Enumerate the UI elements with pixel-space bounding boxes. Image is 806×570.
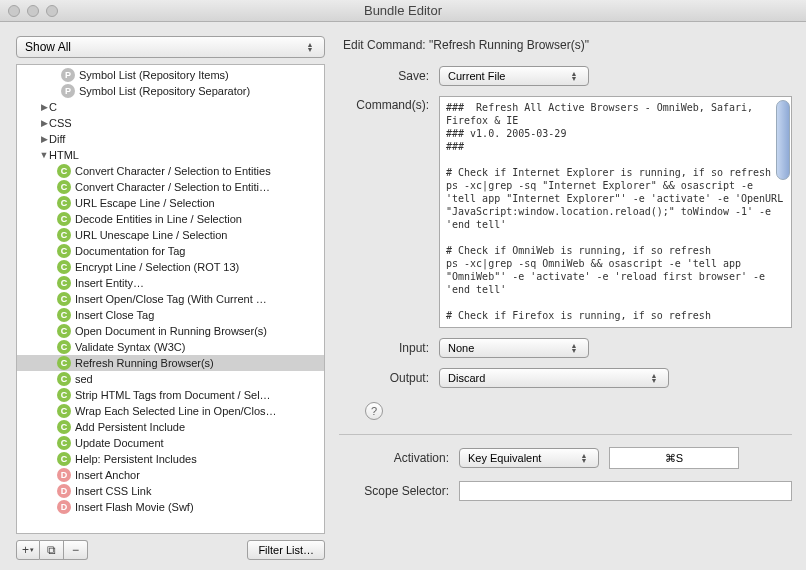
output-select[interactable]: Discard ▲▼ <box>439 368 669 388</box>
badge-c-icon: C <box>57 292 71 306</box>
badge-c-icon: C <box>57 308 71 322</box>
activation-select[interactable]: Key Equivalent ▲▼ <box>459 448 599 468</box>
badge-p-icon: P <box>61 84 75 98</box>
commands-textarea[interactable]: ### Refresh All Active Browsers - OmniWe… <box>439 96 792 328</box>
remove-button[interactable]: − <box>64 540 88 560</box>
help-button[interactable]: ? <box>365 402 383 420</box>
badge-c-icon: C <box>57 324 71 338</box>
tree-row[interactable]: CDocumentation for Tag <box>17 243 324 259</box>
tree-row-label: Encrypt Line / Selection (ROT 13) <box>75 261 239 273</box>
input-label: Input: <box>339 341 439 355</box>
badge-c-icon: C <box>57 388 71 402</box>
badge-c-icon: C <box>57 228 71 242</box>
tree-row-label: Strip HTML Tags from Document / Sel… <box>75 389 271 401</box>
tree-row[interactable]: CEncrypt Line / Selection (ROT 13) <box>17 259 324 275</box>
badge-c-icon: C <box>57 260 71 274</box>
tree-row[interactable]: PSymbol List (Repository Separator) <box>17 83 324 99</box>
tree-row-label: Insert CSS Link <box>75 485 151 497</box>
badge-c-icon: C <box>57 420 71 434</box>
output-label: Output: <box>339 371 439 385</box>
tree-row[interactable]: ▶Diff <box>17 131 324 147</box>
tree-row-label: Symbol List (Repository Items) <box>79 69 229 81</box>
duplicate-button[interactable]: ⧉ <box>40 540 64 560</box>
edit-heading: Edit Command: "Refresh Running Browser(s… <box>339 38 792 52</box>
bundle-tree[interactable]: PSymbol List (Repository Items)PSymbol L… <box>16 64 325 534</box>
scope-selector-input[interactable] <box>459 481 792 501</box>
tree-row[interactable]: ▶CSS <box>17 115 324 131</box>
save-label: Save: <box>339 69 439 83</box>
tree-row[interactable]: CUpdate Document <box>17 435 324 451</box>
sidebar: Show All ▲▼ PSymbol List (Repository Ite… <box>0 22 335 570</box>
badge-d-icon: D <box>57 468 71 482</box>
tree-row[interactable]: CDecode Entities in Line / Selection <box>17 211 324 227</box>
zoom-button[interactable] <box>46 5 58 17</box>
badge-c-icon: C <box>57 276 71 290</box>
filter-select-label: Show All <box>25 40 71 54</box>
tree-row[interactable]: CAdd Persistent Include <box>17 419 324 435</box>
traffic-lights <box>8 5 58 17</box>
badge-c-icon: C <box>57 196 71 210</box>
tree-row[interactable]: PSymbol List (Repository Items) <box>17 67 324 83</box>
tree-row[interactable]: Csed <box>17 371 324 387</box>
tree-row-label: Convert Character / Selection to Entiti… <box>75 181 270 193</box>
key-equivalent-field[interactable]: ⌘S <box>609 447 739 469</box>
badge-c-icon: C <box>57 404 71 418</box>
disclosure-closed-icon[interactable]: ▶ <box>39 102 49 112</box>
tree-row-label: Help: Persistent Includes <box>75 453 197 465</box>
updown-icon: ▲▼ <box>578 453 590 463</box>
close-button[interactable] <box>8 5 20 17</box>
disclosure-open-icon[interactable]: ▼ <box>39 150 49 160</box>
tree-row[interactable]: ▼HTML <box>17 147 324 163</box>
minimize-button[interactable] <box>27 5 39 17</box>
updown-icon: ▲▼ <box>304 42 316 52</box>
tree-row-label: URL Escape Line / Selection <box>75 197 215 209</box>
tree-row[interactable]: CRefresh Running Browser(s) <box>17 355 324 371</box>
tree-row[interactable]: CWrap Each Selected Line in Open/Clos… <box>17 403 324 419</box>
tree-row[interactable]: DInsert Anchor <box>17 467 324 483</box>
window-title: Bundle Editor <box>0 3 806 18</box>
input-select[interactable]: None ▲▼ <box>439 338 589 358</box>
editor-pane: Edit Command: "Refresh Running Browser(s… <box>335 22 806 570</box>
scrollbar-thumb[interactable] <box>776 100 790 180</box>
badge-d-icon: D <box>57 484 71 498</box>
tree-row-label: Insert Entity… <box>75 277 144 289</box>
tree-row[interactable]: CInsert Close Tag <box>17 307 324 323</box>
tree-row-label: HTML <box>49 149 79 161</box>
scope-label: Scope Selector: <box>339 484 459 498</box>
badge-c-icon: C <box>57 372 71 386</box>
tree-row[interactable]: CConvert Character / Selection to Entiti… <box>17 179 324 195</box>
tree-row[interactable]: DInsert Flash Movie (Swf) <box>17 499 324 515</box>
disclosure-closed-icon[interactable]: ▶ <box>39 134 49 144</box>
updown-icon: ▲▼ <box>648 373 660 383</box>
tree-row[interactable]: ▶C <box>17 99 324 115</box>
tree-row-label: Validate Syntax (W3C) <box>75 341 185 353</box>
tree-row-label: Open Document in Running Browser(s) <box>75 325 267 337</box>
tree-row[interactable]: CURL Unescape Line / Selection <box>17 227 324 243</box>
tree-row[interactable]: CStrip HTML Tags from Document / Sel… <box>17 387 324 403</box>
badge-c-icon: C <box>57 212 71 226</box>
tree-row[interactable]: COpen Document in Running Browser(s) <box>17 323 324 339</box>
tree-row[interactable]: CInsert Entity… <box>17 275 324 291</box>
badge-c-icon: C <box>57 164 71 178</box>
tree-row[interactable]: DInsert CSS Link <box>17 483 324 499</box>
badge-p-icon: P <box>61 68 75 82</box>
tree-row-label: Update Document <box>75 437 164 449</box>
badge-c-icon: C <box>57 452 71 466</box>
tree-row-label: Insert Close Tag <box>75 309 154 321</box>
activation-label: Activation: <box>339 451 459 465</box>
tree-row[interactable]: CValidate Syntax (W3C) <box>17 339 324 355</box>
add-popup-button[interactable]: +▾ <box>16 540 40 560</box>
tree-row[interactable]: CInsert Open/Close Tag (With Current … <box>17 291 324 307</box>
tree-row-label: Decode Entities in Line / Selection <box>75 213 242 225</box>
tree-row[interactable]: CURL Escape Line / Selection <box>17 195 324 211</box>
updown-icon: ▲▼ <box>568 343 580 353</box>
filter-list-button[interactable]: Filter List… <box>247 540 325 560</box>
save-select[interactable]: Current File ▲▼ <box>439 66 589 86</box>
tree-row-label: Symbol List (Repository Separator) <box>79 85 250 97</box>
badge-c-icon: C <box>57 180 71 194</box>
tree-row[interactable]: CHelp: Persistent Includes <box>17 451 324 467</box>
disclosure-closed-icon[interactable]: ▶ <box>39 118 49 128</box>
filter-select[interactable]: Show All ▲▼ <box>16 36 325 58</box>
tree-row[interactable]: CConvert Character / Selection to Entiti… <box>17 163 324 179</box>
badge-c-icon: C <box>57 340 71 354</box>
